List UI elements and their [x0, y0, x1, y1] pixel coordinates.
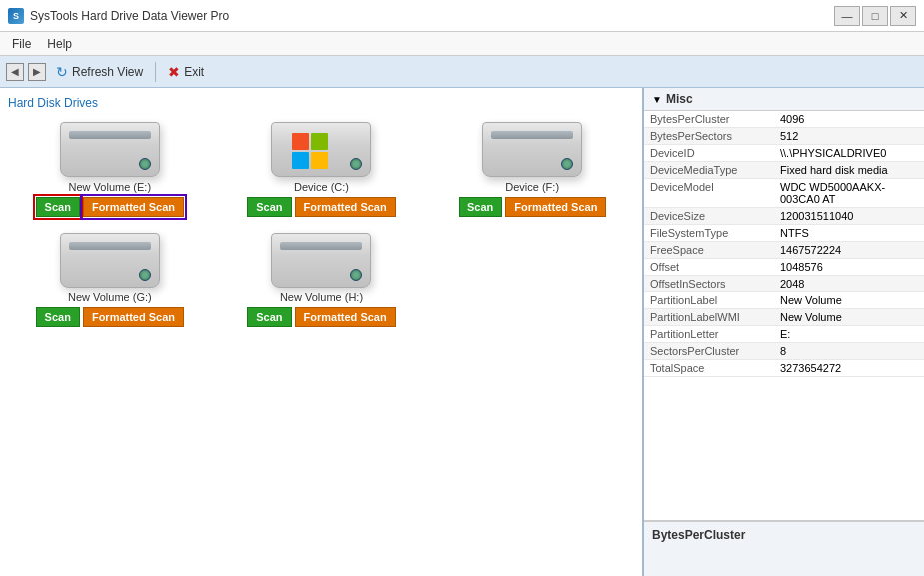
drive-label-g: New Volume (G:) [68, 291, 152, 303]
prop-value: 1048576 [774, 259, 924, 276]
prop-name: FileSystemType [644, 225, 774, 242]
exit-button[interactable]: ✖ Exit [162, 62, 210, 82]
main-layout: Hard Disk Drives New Volume (E:) Scan Fo… [0, 88, 924, 576]
menu-file[interactable]: File [4, 35, 39, 53]
refresh-icon: ↻ [56, 64, 68, 80]
drive-item-f: Device (F:) Scan Formatted Scan [431, 122, 634, 217]
drive-label-f: Device (F:) [505, 181, 559, 193]
table-row: FreeSpace1467572224 [644, 242, 924, 259]
drive-item-h: New Volume (H:) Scan Formatted Scan [220, 233, 424, 327]
formatted-scan-button-h[interactable]: Formatted Scan [295, 307, 396, 327]
nav-forward-button[interactable]: ▶ [28, 63, 46, 81]
drive-label-c: Device (C:) [294, 181, 349, 193]
nav-back-button[interactable]: ◀ [6, 63, 24, 81]
prop-value: WDC WD5000AAKX-003CA0 AT [774, 179, 924, 208]
properties-header: ▼ Misc [644, 88, 924, 111]
properties-section: ▼ Misc BytesPerCluster4096BytesPerSector… [644, 88, 924, 521]
app-icon: S [8, 8, 24, 24]
scan-button-e[interactable]: Scan [36, 197, 80, 217]
prop-name: BytesPerCluster [644, 111, 774, 128]
window-controls: — □ ✕ [834, 6, 916, 26]
prop-name: DeviceID [644, 145, 774, 162]
prop-value: 4096 [774, 111, 924, 128]
drive-item-g: New Volume (G:) Scan Formatted Scan [8, 233, 212, 327]
prop-value: \\.\PHYSICALDRIVE0 [774, 145, 924, 162]
toolbar-separator [155, 62, 156, 82]
prop-name: PartitionLetter [644, 326, 774, 343]
drive-item-e: New Volume (E:) Scan Formatted Scan [8, 122, 212, 217]
prop-name: DeviceModel [644, 179, 774, 208]
bottom-label: BytesPerCluster [652, 528, 745, 542]
scan-button-f[interactable]: Scan [459, 197, 502, 217]
drive-grid: New Volume (E:) Scan Formatted Scan Devi… [8, 122, 634, 327]
exit-icon: ✖ [168, 64, 180, 80]
prop-value: 2048 [774, 276, 924, 292]
prop-name: OffsetInSectors [644, 276, 774, 292]
prop-name: FreeSpace [644, 242, 774, 259]
prop-value: 8 [774, 343, 924, 360]
table-row: DeviceSize120031511040 [644, 208, 924, 225]
drive-image-f [482, 122, 582, 177]
collapse-icon[interactable]: ▼ [652, 94, 662, 105]
menu-help[interactable]: Help [39, 35, 80, 53]
left-panel: Hard Disk Drives New Volume (E:) Scan Fo… [0, 88, 644, 576]
formatted-scan-button-c[interactable]: Formatted Scan [295, 197, 396, 217]
title-bar-left: S SysTools Hard Drive Data Viewer Pro [8, 8, 229, 24]
table-row: FileSystemTypeNTFS [644, 225, 924, 242]
table-row: OffsetInSectors2048 [644, 276, 924, 292]
table-row: DeviceID\\.\PHYSICALDRIVE0 [644, 145, 924, 162]
table-row: Offset1048576 [644, 259, 924, 276]
maximize-button[interactable]: □ [862, 6, 888, 26]
prop-value: 512 [774, 128, 924, 145]
table-row: PartitionLetterE: [644, 326, 924, 343]
prop-name: PartitionLabelWMI [644, 309, 774, 326]
table-row: PartitionLabelWMINew Volume [644, 309, 924, 326]
drive-image-e [60, 122, 160, 177]
drive-label-e: New Volume (E:) [69, 181, 152, 193]
drive-item-c: Device (C:) Scan Formatted Scan [220, 122, 424, 217]
menu-bar: File Help [0, 32, 924, 56]
prop-value: Fixed hard disk media [774, 162, 924, 179]
refresh-label: Refresh View [72, 65, 143, 79]
prop-value: 3273654272 [774, 360, 924, 377]
scan-button-h[interactable]: Scan [247, 307, 291, 327]
formatted-scan-button-g[interactable]: Formatted Scan [83, 307, 184, 327]
prop-name: BytesPerSectors [644, 128, 774, 145]
app-title: SysTools Hard Drive Data Viewer Pro [30, 9, 229, 23]
drive-image-h [271, 233, 371, 288]
properties-table: BytesPerCluster4096BytesPerSectors512Dev… [644, 111, 924, 377]
scan-button-g[interactable]: Scan [36, 307, 80, 327]
toolbar: ◀ ▶ ↻ Refresh View ✖ Exit [0, 56, 924, 88]
prop-name: PartitionLabel [644, 292, 774, 309]
table-row: SectorsPerCluster8 [644, 343, 924, 360]
prop-value: 1467572224 [774, 242, 924, 259]
title-bar: S SysTools Hard Drive Data Viewer Pro — … [0, 0, 924, 32]
table-row: PartitionLabelNew Volume [644, 292, 924, 309]
close-button[interactable]: ✕ [890, 6, 916, 26]
refresh-button[interactable]: ↻ Refresh View [50, 62, 149, 82]
prop-name: TotalSpace [644, 360, 774, 377]
table-row: BytesPerSectors512 [644, 128, 924, 145]
minimize-button[interactable]: — [834, 6, 860, 26]
bottom-bar: BytesPerCluster [644, 521, 924, 576]
prop-value: E: [774, 326, 924, 343]
table-row: BytesPerCluster4096 [644, 111, 924, 128]
exit-label: Exit [184, 65, 204, 79]
formatted-scan-button-e[interactable]: Formatted Scan [83, 197, 184, 217]
drive-buttons-g: Scan Formatted Scan [36, 307, 184, 327]
drive-image-c [271, 122, 371, 177]
scan-button-c[interactable]: Scan [247, 197, 291, 217]
drive-label-h: New Volume (H:) [280, 291, 363, 303]
drive-buttons-e: Scan Formatted Scan [36, 197, 184, 217]
prop-value: NTFS [774, 225, 924, 242]
table-row: DeviceMediaTypeFixed hard disk media [644, 162, 924, 179]
prop-value: New Volume [774, 292, 924, 309]
prop-name: Offset [644, 259, 774, 276]
section-label: Misc [666, 92, 693, 106]
prop-name: DeviceSize [644, 208, 774, 225]
drive-image-g [60, 233, 160, 288]
drive-buttons-h: Scan Formatted Scan [247, 307, 395, 327]
windows-logo-c [292, 133, 328, 169]
prop-value: New Volume [774, 309, 924, 326]
formatted-scan-button-f[interactable]: Formatted Scan [505, 197, 606, 217]
